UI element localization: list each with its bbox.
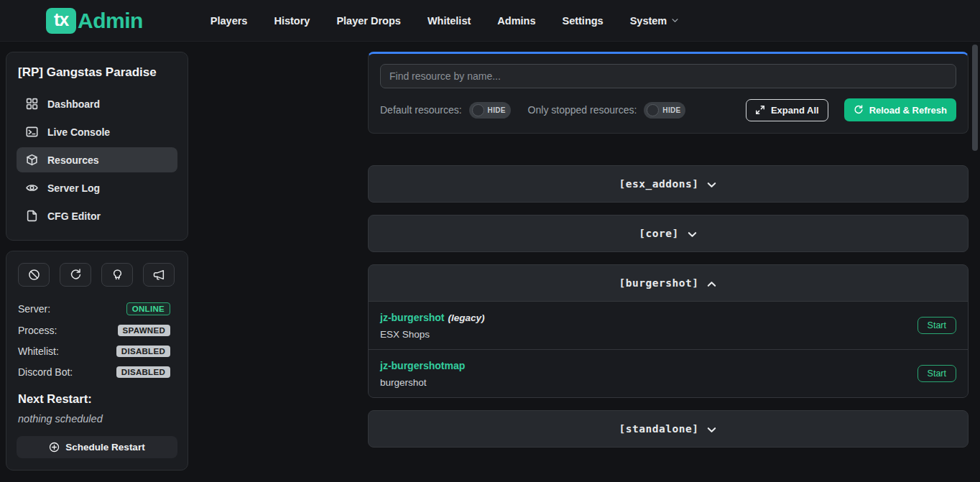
group-header[interactable]: [burgershot] xyxy=(369,265,968,301)
expand-all-label: Expand All xyxy=(771,105,819,116)
start-resource-button[interactable]: Start xyxy=(917,365,956,382)
stopped-resources-toggle[interactable]: HIDE xyxy=(644,102,685,119)
sidebar-menu: Dashboard Live Console Resources xyxy=(17,91,177,228)
eye-icon xyxy=(26,182,38,194)
txadmin-logo-text: Admin xyxy=(78,9,143,33)
plus-circle-icon xyxy=(49,442,60,453)
group-header[interactable]: [esx_addons] xyxy=(369,166,968,202)
toggle-state-label: HIDE xyxy=(662,106,680,114)
scrollbar-thumb[interactable] xyxy=(972,45,978,151)
sidebar-item-label: CFG Editor xyxy=(47,210,101,222)
resource-group-standalone: [standalone] xyxy=(368,410,969,448)
main-nav: Players History Player Drops Whitelist A… xyxy=(211,15,679,27)
group-header[interactable]: [standalone] xyxy=(369,411,968,447)
sidebar-item-label: Live Console xyxy=(47,126,110,138)
sidebar-item-resources[interactable]: Resources xyxy=(17,147,177,172)
search-input[interactable] xyxy=(380,64,956,88)
server-controls xyxy=(17,263,177,287)
resource-suffix: (legacy) xyxy=(448,312,484,323)
restart-server-button[interactable] xyxy=(60,263,91,287)
expand-icon xyxy=(755,105,765,115)
status-badge: ONLINE xyxy=(126,302,170,315)
filter-row: Default resources: HIDE Only stopped res… xyxy=(380,98,956,121)
terminal-icon xyxy=(26,126,38,138)
toggle-state-label: HIDE xyxy=(488,106,506,114)
stop-server-icon xyxy=(28,269,40,281)
resource-name-link[interactable]: jz-burgershot xyxy=(380,312,444,323)
status-label: Whitelist: xyxy=(18,346,59,357)
server-menu-card: [RP] Gangstas Paradise Dashboard Live Co… xyxy=(6,52,188,241)
resource-info: jz-burgershotmap burgershot xyxy=(380,359,468,388)
resource-row: jz-burgershot(legacy) ESX Shops Start xyxy=(369,301,968,349)
server-status-card: Server: ONLINE Process: SPAWNED Whitelis… xyxy=(6,251,188,471)
sidebar-item-server-log[interactable]: Server Log xyxy=(17,175,177,200)
reload-refresh-button[interactable]: Reload & Refresh xyxy=(844,98,956,121)
nav-whitelist[interactable]: Whitelist xyxy=(427,15,471,27)
resource-description: burgershot xyxy=(380,377,468,388)
chevron-down-icon xyxy=(706,180,717,190)
resource-description: ESX Shops xyxy=(380,329,484,340)
resource-group-burgershot: [burgershot] jz-burgershot(legacy) ESX S… xyxy=(368,264,969,398)
nav-system-label: System xyxy=(630,15,667,27)
group-name: [standalone] xyxy=(619,423,699,435)
sidebar-item-label: Dashboard xyxy=(47,98,100,110)
nav-settings[interactable]: Settings xyxy=(562,15,603,27)
nav-player-drops[interactable]: Player Drops xyxy=(336,15,400,27)
stop-server-button[interactable] xyxy=(18,263,50,287)
resources-page: Default resources: HIDE Only stopped res… xyxy=(368,52,969,460)
sidebar-item-cfg-editor[interactable]: CFG Editor xyxy=(17,203,177,228)
nav-system-menu[interactable]: System xyxy=(630,15,680,27)
toggle-knob xyxy=(472,104,484,116)
server-name: [RP] Gangstas Paradise xyxy=(18,65,176,80)
announce-button[interactable] xyxy=(143,263,175,287)
next-restart-value: nothing scheduled xyxy=(18,413,176,425)
resource-name-link[interactable]: jz-burgershotmap xyxy=(380,360,465,371)
restart-server-icon xyxy=(70,269,82,281)
default-resources-toggle[interactable]: HIDE xyxy=(469,102,511,119)
chevron-down-icon xyxy=(671,17,679,24)
sidebar-item-label: Resources xyxy=(47,154,99,166)
nav-admins[interactable]: Admins xyxy=(497,15,535,27)
status-label: Process: xyxy=(18,325,57,336)
status-label: Server: xyxy=(18,303,50,315)
sidebar-item-label: Server Log xyxy=(47,182,100,194)
next-restart-title: Next Restart: xyxy=(18,392,176,406)
group-header[interactable]: [core] xyxy=(369,215,968,251)
stopped-resources-label: Only stopped resources: xyxy=(528,104,637,116)
package-icon xyxy=(26,154,38,166)
schedule-restart-button[interactable]: Schedule Restart xyxy=(17,436,177,458)
resources-toolbar: Default resources: HIDE Only stopped res… xyxy=(368,52,969,134)
sidebar-item-live-console[interactable]: Live Console xyxy=(17,119,177,144)
expand-all-button[interactable]: Expand All xyxy=(746,99,828,121)
status-row-server: Server: ONLINE xyxy=(17,300,177,318)
nav-players[interactable]: Players xyxy=(211,15,248,27)
sidebar: [RP] Gangstas Paradise Dashboard Live Co… xyxy=(6,52,188,471)
txadmin-logo[interactable]: tx Admin xyxy=(46,8,143,34)
schedule-restart-label: Schedule Restart xyxy=(65,442,144,453)
resource-group-core: [core] xyxy=(368,215,969,252)
refresh-icon xyxy=(854,105,864,115)
dashboard-icon xyxy=(26,98,38,110)
kill-server-button[interactable] xyxy=(101,263,133,287)
nav-history[interactable]: History xyxy=(274,15,310,27)
kill-server-icon xyxy=(111,269,124,281)
group-name: [burgershot] xyxy=(619,277,699,289)
sidebar-item-dashboard[interactable]: Dashboard xyxy=(17,91,177,116)
status-row-process: Process: SPAWNED xyxy=(17,322,177,339)
announce-icon xyxy=(153,269,165,281)
status-badge: SPAWNED xyxy=(118,325,170,336)
reload-refresh-label: Reload & Refresh xyxy=(869,105,947,116)
resource-info: jz-burgershot(legacy) ESX Shops xyxy=(380,311,484,340)
status-row-discord: Discord Bot: DISABLED xyxy=(17,363,177,381)
default-resources-label: Default resources: xyxy=(380,104,462,116)
chevron-up-icon xyxy=(706,279,717,289)
group-name: [esx_addons] xyxy=(619,178,699,190)
group-name: [core] xyxy=(639,228,678,239)
status-badge: DISABLED xyxy=(116,366,170,378)
txadmin-logo-box: tx xyxy=(46,8,76,34)
toggle-knob xyxy=(647,104,659,116)
status-label: Discord Bot: xyxy=(18,366,73,378)
start-resource-button[interactable]: Start xyxy=(917,317,956,334)
top-navbar: tx Admin Players History Player Drops Wh… xyxy=(0,0,980,42)
resource-row: jz-burgershotmap burgershot Start xyxy=(369,349,968,397)
